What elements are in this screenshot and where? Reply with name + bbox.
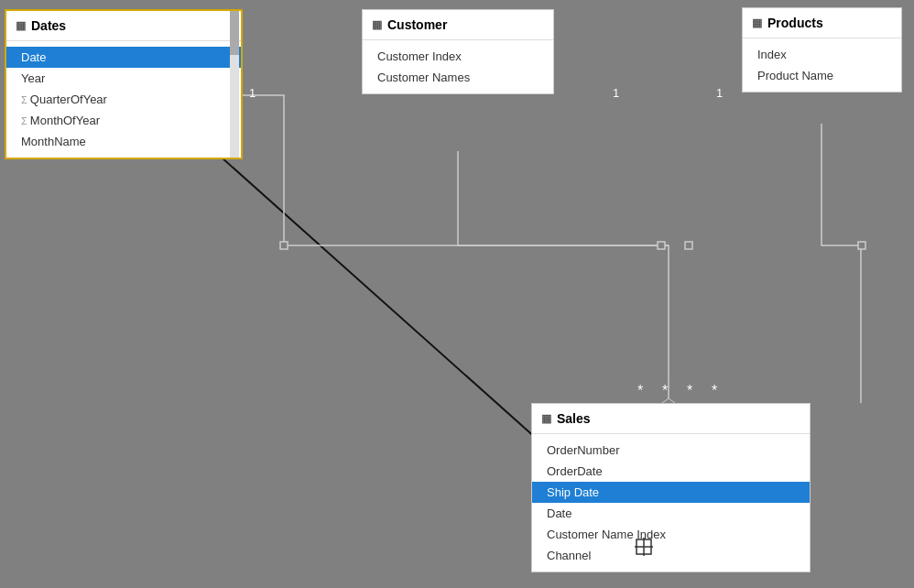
customer-table: ▦ Customer Customer Index Customer Names [362,9,554,94]
drag-cursor-icon[interactable] [635,538,653,556]
customer-table-header: ▦ Customer [363,10,553,40]
sales-star-4: * [712,383,717,399]
sales-table: ▦ Sales OrderNumber OrderDate Ship Date … [531,403,811,572]
dates-table-header: ▦ Dates [6,11,241,41]
customer-table-title: Customer [387,17,447,32]
sales-star-2: * [662,383,668,399]
dates-scrollbar[interactable] [230,11,239,158]
sales-field-customerindex[interactable]: Customer Name Index [532,524,810,545]
relation-label-customer-1-right: 1 [716,86,723,100]
sales-table-icon: ▦ [541,412,551,425]
customer-table-body: Customer Index Customer Names [363,40,553,93]
sales-star-3: * [687,383,692,399]
sales-field-shipdate[interactable]: Ship Date [532,482,810,503]
dates-field-year[interactable]: Year [6,68,241,89]
dates-field-date[interactable]: Date [6,47,241,68]
sales-star-1: * [637,383,643,399]
dates-field-quarterofyear[interactable]: QuarterOfYear [6,89,241,110]
dates-field-monthname[interactable]: MonthName [6,131,241,152]
products-table-icon: ▦ [752,16,762,29]
dates-table-body: Date Year QuarterOfYear MonthOfYear Mont… [6,41,241,158]
products-table-body: Index Product Name [743,38,901,92]
products-table-header: ▦ Products [743,8,901,38]
dates-table-icon: ▦ [16,19,26,32]
sales-field-channel[interactable]: Channel [532,545,810,566]
dates-table-title: Dates [31,18,66,33]
products-table-title: Products [767,16,823,30]
svg-rect-1 [280,242,288,249]
sales-table-title: Sales [557,411,591,426]
dates-table: ▦ Dates Date Year QuarterOfYear MonthOfY… [5,9,243,159]
products-field-index[interactable]: Index [743,44,901,65]
sales-table-body: OrderNumber OrderDate Ship Date Date Cus… [532,434,810,572]
relation-label-customer-1-left: 1 [613,86,619,100]
sales-field-date[interactable]: Date [532,503,810,524]
customer-field-index[interactable]: Customer Index [363,46,553,67]
sales-field-ordernumber[interactable]: OrderNumber [532,440,810,461]
svg-rect-3 [685,242,692,249]
dates-scrollbar-thumb [230,11,239,55]
svg-rect-4 [858,242,865,249]
relation-label-dates-1: 1 [249,86,256,100]
products-table: ▦ Products Index Product Name [742,7,902,93]
sales-field-orderdate[interactable]: OrderDate [532,461,810,482]
products-field-name[interactable]: Product Name [743,65,901,86]
svg-rect-2 [658,242,665,249]
sales-table-header: ▦ Sales [532,404,810,434]
customer-table-icon: ▦ [372,18,382,31]
dates-field-monthofyear[interactable]: MonthOfYear [6,110,241,131]
customer-field-names[interactable]: Customer Names [363,67,553,88]
